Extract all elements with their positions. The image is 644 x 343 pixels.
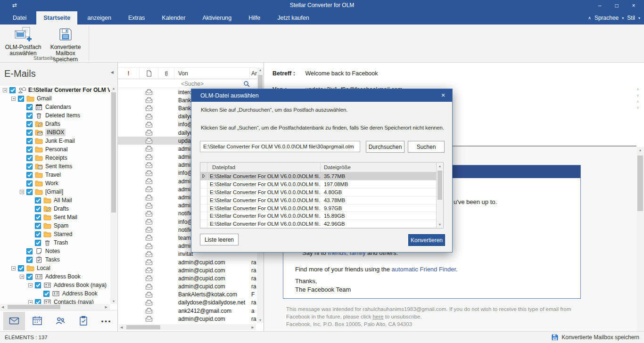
mail-row[interactable]: dailydose@sidailydose.netra — [118, 299, 257, 307]
document-icon[interactable] — [140, 68, 158, 79]
tree-item-e-stellar-converter-for-olm-v[interactable]: E:\Stellar Converter For OLM V — [0, 86, 110, 94]
status-save-action[interactable]: Konvertierte Mailbox speichern — [551, 334, 639, 341]
collapse-toggle-icon[interactable] — [28, 283, 33, 287]
tree-item-notes[interactable]: Notes — [0, 247, 110, 255]
close-button[interactable]: × — [625, 0, 642, 11]
tree-item-gmail[interactable]: Gmail — [0, 94, 110, 103]
checked-checkbox[interactable] — [43, 291, 50, 297]
tree-item-starred[interactable]: Starred — [0, 230, 110, 238]
dialog-title-bar[interactable]: OLM-Datei auswählen — [191, 89, 452, 102]
mail-row[interactable]: admin@cupid.comr — [118, 323, 257, 323]
tree-item-gmail[interactable]: [Gmail] — [0, 188, 110, 196]
tree-item-sent-items[interactable]: Sent Items — [0, 162, 110, 171]
preview-vertical-scrollbar[interactable]: ▲ — [636, 147, 644, 331]
checked-checkbox[interactable] — [26, 172, 33, 178]
browse-button[interactable]: Durchsuchen — [366, 141, 405, 153]
checked-checkbox[interactable] — [26, 130, 33, 136]
language-menu[interactable]: Sprachee — [594, 15, 619, 21]
checked-checkbox[interactable] — [18, 265, 24, 271]
checked-checkbox[interactable] — [26, 147, 33, 153]
tab-anzeigen[interactable]: anzeigen — [80, 11, 118, 24]
select-olm-mailbox-button[interactable]: OLM-Postfach auswählen — [2, 26, 44, 57]
tree-item-all-mail[interactable]: All Mail — [0, 196, 110, 204]
tree-item-personal[interactable]: Personal — [0, 145, 110, 154]
size-column-header[interactable]: Dateigröße — [321, 164, 436, 170]
mail-row[interactable]: BankAlerts@kotak.comF — [118, 291, 257, 299]
paperclip-icon[interactable] — [158, 68, 174, 79]
file-row[interactable]: E:\Stellar Converter For OLM V6.0.0.0\OL… — [200, 188, 436, 196]
checked-checkbox[interactable] — [26, 180, 33, 187]
collapse-toggle-icon[interactable] — [3, 88, 7, 92]
tab-datei[interactable]: Datei — [6, 11, 33, 24]
more-module-icon[interactable]: ••• — [96, 312, 117, 330]
search-row[interactable]: <Suche> — [118, 79, 257, 88]
checked-checkbox[interactable] — [35, 240, 41, 246]
friend-finder-link[interactable]: automatic Friend Finder — [392, 266, 456, 273]
search-input[interactable]: <Suche> — [181, 81, 204, 87]
collapse-toggle-icon[interactable] — [11, 97, 16, 101]
tab-startseite[interactable]: Startseite — [36, 11, 77, 24]
checked-checkbox[interactable] — [35, 282, 41, 288]
checked-checkbox[interactable] — [26, 163, 33, 170]
checked-checkbox[interactable] — [26, 113, 33, 119]
contacts-module-icon[interactable] — [50, 312, 71, 330]
checked-checkbox[interactable] — [26, 257, 33, 263]
path-column-header[interactable]: Dateipfad — [207, 163, 321, 172]
unsubscribe-link[interactable]: here — [372, 314, 383, 319]
collapse-ribbon-icon[interactable]: ∧ — [588, 16, 591, 20]
tab-jetzt-kaufen[interactable]: Jetzt kaufen — [270, 11, 316, 24]
restore-button[interactable]: □ — [608, 0, 625, 11]
tree-item-address-book[interactable]: Address Book — [0, 289, 110, 298]
from-column-header[interactable]: Von — [174, 68, 250, 79]
tree-item-drafts[interactable]: Drafts — [0, 120, 110, 128]
file-row[interactable]: E:\Stellar Converter For OLM V6.0.0.0\OL… — [200, 172, 436, 180]
style-menu[interactable]: Stil — [627, 15, 635, 21]
checked-checkbox[interactable] — [35, 214, 41, 220]
convert-button[interactable]: Konvertieren — [408, 234, 445, 246]
checked-checkbox[interactable] — [35, 231, 41, 237]
mail-row[interactable]: admin@cupid.comra — [118, 258, 257, 266]
collapse-toggle-icon[interactable] — [28, 300, 33, 304]
mail-horizontal-scrollbar[interactable]: ◀ ▶ — [119, 324, 256, 330]
file-row[interactable]: E:\Stellar Converter For OLM V6.0.0.0\OL… — [200, 180, 436, 188]
checked-checkbox[interactable] — [26, 155, 33, 161]
tree-item-local[interactable]: Local — [0, 264, 110, 272]
tree-item-contacts-naya[interactable]: Contacts (naya) — [0, 298, 110, 304]
mail-row[interactable]: ank2412@gmail.coma — [118, 307, 257, 315]
importance-column-header[interactable]: ! — [118, 68, 140, 79]
tree-vertical-scrollbar[interactable]: ▲ ▼ — [110, 86, 117, 304]
save-converted-mailbox-button[interactable]: Konvertierte Mailbox speichern — [45, 26, 86, 57]
checked-checkbox[interactable] — [18, 96, 24, 102]
tree-item-inbox[interactable]: INBOX — [0, 128, 110, 137]
collapse-toggle-icon[interactable] — [20, 275, 24, 279]
checked-checkbox[interactable] — [26, 138, 33, 144]
tree-item-drafts[interactable]: Drafts — [0, 204, 110, 213]
collapse-panel-icon[interactable]: ◀ — [111, 70, 114, 74]
tasks-module-icon[interactable] — [73, 312, 94, 330]
tab-hilfe[interactable]: Hilfe — [241, 11, 267, 24]
checked-checkbox[interactable] — [35, 299, 41, 304]
checked-checkbox[interactable] — [35, 197, 41, 204]
tree-item-work[interactable]: Work — [0, 179, 110, 188]
clear-list-button[interactable]: Liste leeren — [200, 234, 239, 245]
tree-item-deleted-items[interactable]: Deleted Items — [0, 111, 110, 120]
mail-row[interactable]: admin@cupid.comra — [118, 274, 257, 282]
tree-item-address-book[interactable]: Address Book — [0, 272, 110, 281]
tree-item-calendars[interactable]: Calendars — [0, 103, 110, 111]
tab-aktivierung[interactable]: Aktivierung — [195, 11, 239, 24]
checked-checkbox[interactable] — [26, 104, 33, 110]
to-column-header[interactable]: An — [250, 68, 257, 79]
checked-checkbox[interactable] — [9, 87, 16, 93]
tree-item-tasks[interactable]: Tasks — [0, 255, 110, 264]
tab-extras[interactable]: Extras — [121, 11, 152, 24]
find-button[interactable]: Suchen — [408, 141, 445, 153]
checked-checkbox[interactable] — [26, 189, 33, 195]
checked-checkbox[interactable] — [26, 248, 33, 254]
tree-horizontal-scrollbar[interactable]: ◀ ▶ — [0, 304, 110, 310]
search-icon[interactable] — [243, 81, 250, 87]
mail-row[interactable]: admin@cupid.comra — [118, 315, 257, 323]
mail-row[interactable]: admin@cupid.comra — [118, 283, 257, 291]
checked-checkbox[interactable] — [26, 121, 33, 127]
tree-item-junk-e-mail[interactable]: Junk E-mail — [0, 137, 110, 145]
checked-checkbox[interactable] — [26, 274, 33, 280]
